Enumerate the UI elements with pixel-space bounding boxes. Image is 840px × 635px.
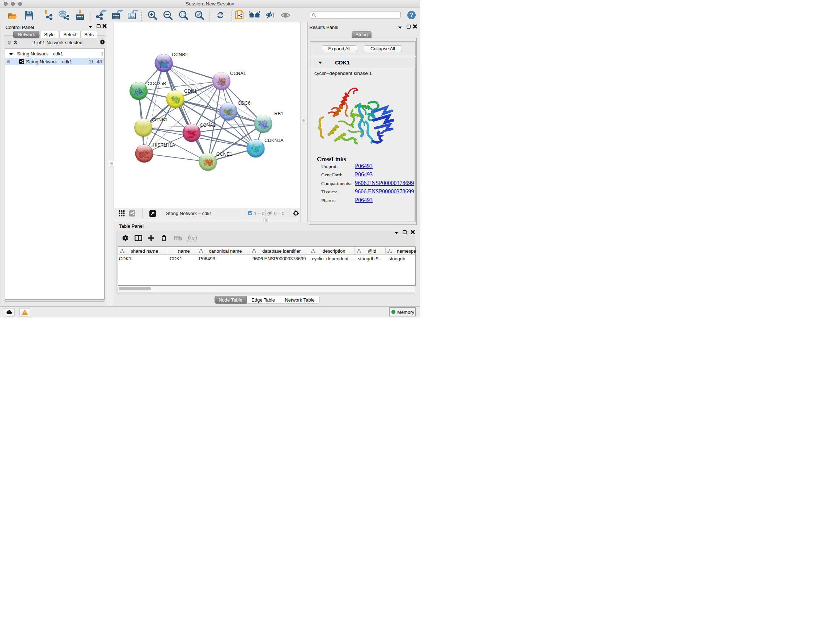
svg-text:CDKN1A: CDKN1A xyxy=(264,138,284,143)
svg-text:CCNA1: CCNA1 xyxy=(230,71,246,76)
svg-text:CDC6: CDC6 xyxy=(238,100,250,106)
svg-text:CDK1: CDK1 xyxy=(184,88,197,94)
svg-text:CCNA2: CCNA2 xyxy=(200,122,216,128)
svg-text:RB1: RB1 xyxy=(274,111,283,116)
svg-text:CCNB1: CCNB1 xyxy=(152,117,167,122)
svg-text:CCNB2: CCNB2 xyxy=(172,52,188,57)
svg-text:HIST1H1A: HIST1H1A xyxy=(153,142,175,148)
svg-text:CDC25B: CDC25B xyxy=(148,81,166,86)
svg-text:CCNE1: CCNE1 xyxy=(216,151,232,157)
